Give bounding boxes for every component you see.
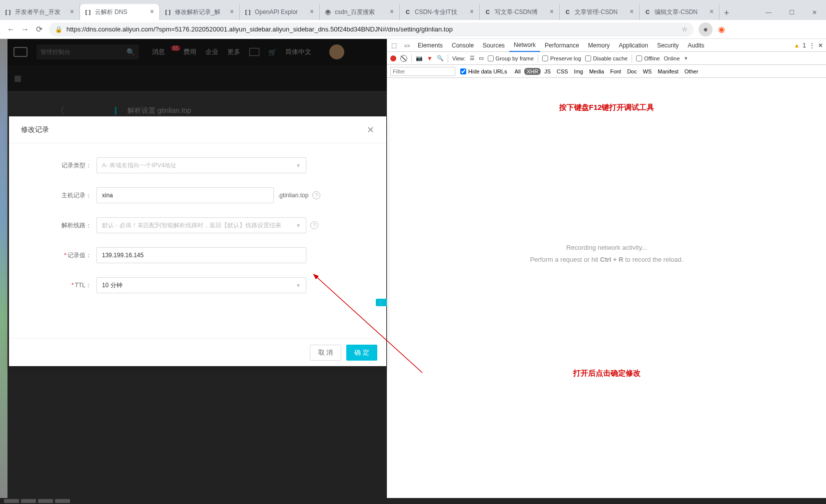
warning-icon[interactable]: ▲: [794, 42, 800, 49]
filter-toggle-icon[interactable]: ▼: [427, 55, 433, 62]
favicon-icon: C: [484, 8, 492, 16]
browser-tab[interactable]: ㊫csdn_百度搜索×: [320, 4, 400, 20]
minimize-button[interactable]: —: [757, 5, 780, 20]
filter-all[interactable]: All: [512, 68, 523, 75]
host-suffix: .gtinlian.top: [278, 192, 308, 199]
devtools-close-icon[interactable]: ✕: [818, 42, 823, 49]
favicon-icon: C: [404, 8, 412, 16]
filter-js[interactable]: JS: [542, 68, 553, 75]
device-toggle-icon[interactable]: ▭: [400, 39, 413, 52]
window-controls: — ☐ ✕: [757, 5, 826, 20]
ok-button[interactable]: 确 定: [346, 345, 377, 361]
tab-close-button[interactable]: ×: [228, 8, 235, 15]
modal-close-button[interactable]: ✕: [367, 124, 374, 135]
filter-css[interactable]: CSS: [554, 68, 571, 75]
devtools-menu-icon[interactable]: ⋮: [809, 42, 815, 49]
record-type-select[interactable]: A- 将域名指向一个IPV4地址 ▼: [96, 157, 306, 173]
line-select[interactable]: 默认 - 必填！未匹配到智能解析线路时，返回【默认】线路设置结果 ▼: [96, 217, 306, 233]
forward-button[interactable]: →: [18, 22, 32, 36]
filter-media[interactable]: Media: [587, 68, 607, 75]
inspect-element-icon[interactable]: ⬚: [387, 39, 400, 52]
filter-manifest[interactable]: Manifest: [655, 68, 681, 75]
devtools-tab-audits[interactable]: Audits: [683, 39, 709, 52]
throttling-select[interactable]: Online: [664, 55, 680, 61]
feedback-side-tab[interactable]: 咨询·建议: [376, 299, 387, 306]
help-icon[interactable]: ?: [310, 221, 318, 229]
lock-icon: 🔒: [55, 26, 62, 33]
tab-close-button[interactable]: ×: [148, 8, 155, 15]
hide-data-urls-checkbox[interactable]: Hide data URLs: [460, 68, 507, 74]
back-button[interactable]: ←: [4, 22, 18, 36]
ttl-label: *TTL：: [44, 281, 96, 290]
chevron-down-icon: ▼: [296, 163, 301, 168]
network-toolbar: 📷 ▼ 🔍 View: ☰ ▭ Group by frame Preserve …: [387, 52, 826, 65]
browser-tab[interactable]: [ ]开发者平台_开发×: [0, 4, 80, 20]
favicon-icon: [ ]: [164, 8, 172, 16]
value-input[interactable]: [96, 247, 306, 263]
tab-close-button[interactable]: ×: [308, 8, 315, 15]
camera-icon[interactable]: 📷: [416, 55, 423, 61]
help-icon[interactable]: ?: [312, 191, 320, 199]
browser-tab[interactable]: C写文章-CSDN博×: [480, 4, 560, 20]
tab-title: 写文章-CSDN博: [495, 8, 548, 16]
filter-font[interactable]: Font: [608, 68, 624, 75]
filter-ws[interactable]: WS: [640, 68, 654, 75]
disable-cache-checkbox[interactable]: Disable cache: [585, 55, 628, 61]
preserve-log-checkbox[interactable]: Preserve log: [542, 55, 581, 61]
filter-xhr[interactable]: XHR: [524, 68, 541, 75]
extension-icon[interactable]: ◉: [715, 22, 729, 36]
host-input[interactable]: [96, 187, 274, 203]
browser-tab[interactable]: C文章管理-CSDN×: [560, 4, 640, 20]
record-button[interactable]: [390, 55, 396, 61]
tab-close-button[interactable]: ×: [628, 8, 635, 15]
devtools-panel: ⬚ ▭ ElementsConsoleSourcesNetworkPerform…: [387, 39, 826, 503]
browser-tab[interactable]: [ ]OpenAPI Explor×: [240, 4, 320, 20]
filter-doc[interactable]: Doc: [625, 68, 640, 75]
chevron-down-icon: ▼: [296, 223, 301, 228]
search-icon[interactable]: 🔍: [437, 55, 444, 61]
favicon-icon: [ ]: [84, 8, 92, 16]
browser-tab[interactable]: CCSDN-专业IT技×: [400, 4, 480, 20]
chevron-down-icon: ▼: [684, 56, 688, 61]
filter-input[interactable]: [390, 67, 455, 76]
bookmark-star-icon[interactable]: ☆: [682, 25, 688, 33]
tab-close-button[interactable]: ×: [388, 8, 395, 15]
devtools-tab-network[interactable]: Network: [509, 39, 540, 52]
tab-close-button[interactable]: ×: [548, 8, 555, 15]
profile-icon[interactable]: ●: [699, 22, 713, 36]
offline-checkbox[interactable]: Offline: [636, 55, 660, 61]
ttl-select[interactable]: 10 分钟 ▼: [96, 277, 306, 293]
devtools-tab-memory[interactable]: Memory: [584, 39, 614, 52]
maximize-button[interactable]: ☐: [780, 5, 803, 20]
cancel-button[interactable]: 取 消: [310, 345, 342, 361]
group-by-frame-checkbox[interactable]: Group by frame: [488, 55, 534, 61]
tab-close-button[interactable]: ×: [708, 8, 715, 15]
devtools-tab-performance[interactable]: Performance: [540, 39, 584, 52]
filter-img[interactable]: Img: [572, 68, 586, 75]
edit-record-modal: 修改记录 ✕ 记录类型： A- 将域名指向一个IPV4地址 ▼ 主机记录： .g…: [9, 116, 386, 366]
new-tab-button[interactable]: +: [720, 6, 734, 20]
browser-tab-strip: [ ]开发者平台_开发×[ ]云解析 DNS×[ ]修改解析记录_解×[ ]Op…: [0, 0, 826, 20]
close-window-button[interactable]: ✕: [803, 5, 826, 20]
reload-button[interactable]: ⟳: [32, 22, 46, 36]
filter-other[interactable]: Other: [682, 68, 701, 75]
url-text: https://dns.console.aliyun.com/?spm=5176…: [66, 25, 453, 33]
clear-button[interactable]: [400, 55, 407, 62]
network-filter-bar: Hide data URLs AllXHRJSCSSImgMediaFontDo…: [387, 65, 826, 78]
view-large-icon[interactable]: ☰: [470, 55, 475, 61]
os-taskbar-bottom: [0, 498, 826, 504]
view-small-icon[interactable]: ▭: [479, 55, 484, 61]
value-label: *记录值：: [44, 251, 96, 260]
tab-close-button[interactable]: ×: [68, 8, 75, 15]
devtools-tab-console[interactable]: Console: [447, 39, 478, 52]
network-body: 按下键盘F12键打开调试工具 Recording network activit…: [387, 78, 826, 503]
devtools-tab-application[interactable]: Application: [614, 39, 653, 52]
browser-tab[interactable]: [ ]云解析 DNS×: [80, 4, 160, 20]
devtools-tab-sources[interactable]: Sources: [478, 39, 509, 52]
devtools-tab-elements[interactable]: Elements: [413, 39, 447, 52]
url-input[interactable]: 🔒 https://dns.console.aliyun.com/?spm=51…: [49, 22, 694, 36]
tab-close-button[interactable]: ×: [468, 8, 475, 15]
browser-tab[interactable]: C编辑文章-CSDN×: [640, 4, 720, 20]
devtools-tab-security[interactable]: Security: [653, 39, 683, 52]
browser-tab[interactable]: [ ]修改解析记录_解×: [160, 4, 240, 20]
